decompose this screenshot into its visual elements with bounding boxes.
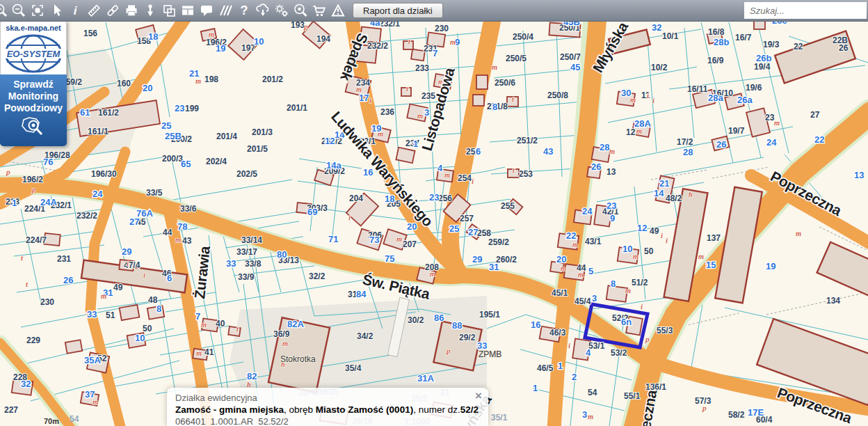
building-type-letter: p [446,347,451,355]
building [476,75,488,89]
building-type-letter: m [774,118,780,127]
parcel-number-label: 44 [163,228,172,237]
house-number-label: 10 [254,36,264,47]
house-number-label: 28a [708,93,723,103]
parcel-number-label: 250/6 [495,78,515,88]
parcel-number-label: 10/1 [662,31,679,41]
house-number-label: 25 [449,223,459,234]
house-number-label: 86 [434,313,444,323]
parcel-number-label: 51 [106,310,115,320]
parcel-number-label: 253 [519,169,533,179]
building [754,21,765,29]
parcel-number-label: 160 [117,79,131,88]
flood-monitoring-banner[interactable]: Sprawdź Monitoring Powodziowy [0,74,67,146]
svg-text:i: i [73,4,77,17]
measure-icon[interactable] [84,1,103,19]
info-icon[interactable]: i [65,1,84,19]
compare-windows-icon[interactable] [159,1,178,19]
hatch-lines-icon[interactable] [216,1,234,19]
house-number-label: 12 [637,223,647,233]
report-parcel-button[interactable]: Raport dla działki [353,3,443,18]
parcel-number-label: 55/1 [624,391,641,401]
house-number-label: 1 [413,139,418,149]
close-icon[interactable]: × [475,391,482,401]
house-number-label: 24 [93,189,103,199]
logo-panel[interactable]: ska.e-mapa.net EO-SYSTEM Sprawdź Monitor… [0,21,67,146]
parcel-number-label: 259/2 [488,237,509,247]
parcel-number-label: 35/4 [345,363,362,373]
house-number-label: 29 [122,246,131,257]
zoom-in-icon[interactable] [0,1,9,19]
warning-triangle-icon[interactable] [328,1,347,19]
house-number-label: 27 [129,216,139,227]
coordinates-pin-icon[interactable] [140,1,159,19]
parcel-number-label: 134 [826,296,840,306]
pointer-icon[interactable] [47,1,65,19]
building-type-letter: i [127,259,129,267]
search-input[interactable] [744,2,867,19]
house-number-label: 19 [216,43,225,54]
parcel-number-label: 13 [606,167,616,177]
parcel-number-label: 199 [185,104,199,113]
cloud-download-icon[interactable] [253,1,272,19]
house-number-label: 65 [181,159,191,169]
parcel-number-label: 58/2 [728,410,745,420]
parcel-number-label: 250/7 [560,52,581,62]
parcel-number-label: 161/2 [98,108,119,118]
toolbar-icons: i? [0,1,347,19]
parcel-number-label: 33/6 [180,204,197,214]
parcel-number-label: 260/2 [496,255,517,265]
building-type-letter: m [444,171,450,179]
parcel-number-label: 233 [415,63,429,73]
house-number-label: 45 [570,62,580,72]
map-canvas[interactable]: 156158193194196/2197160161/2161/1159/219… [0,0,868,426]
parcel-number-label: 46/5 [537,363,554,373]
building-type-letter: p [645,335,650,343]
house-number-label: 20 [143,83,152,93]
house-number-label: 84 [356,289,367,299]
info-panel-id-line: 066401_1.0001.AR_52.52/2 [175,416,480,426]
building [65,340,82,354]
label-balloon-icon[interactable] [197,1,216,19]
house-number-label: 27 [468,227,478,237]
building-type-letter: m [450,38,456,46]
zoom-out-icon[interactable] [9,1,28,19]
link-icon[interactable] [103,1,122,19]
building [396,148,415,164]
layout-panels-icon[interactable] [178,1,197,19]
parcel-number-label: 196/2 [22,175,43,184]
building-type-letter: i [568,341,570,349]
settings-gears-icon[interactable] [272,1,291,19]
house-number-label: 1 [558,361,563,371]
building-type-letter: i [647,91,649,100]
house-number-label: 23 [606,200,616,211]
full-extent-icon[interactable] [28,1,47,19]
building-type-letter: m [588,412,593,420]
identify-icon[interactable] [291,1,310,19]
svg-text:?: ? [240,3,248,17]
parcel-number-label: 201/5 [247,144,268,154]
house-number-label: 25B [165,131,182,141]
building-type-letter: m [378,129,383,138]
house-number-label: 16 [531,320,540,330]
parcel-number-label: 207 [403,239,417,249]
parcel-number-label: 258 [477,228,491,238]
cart-icon[interactable] [310,1,328,19]
flood-line-1: Sprawdź [0,79,67,90]
parcel-number-label: 33/9 [238,272,255,282]
help-icon[interactable]: ? [234,1,253,19]
parcel-number-label: 256 [438,194,452,203]
logo-top: ska.e-mapa.net EO-SYSTEM [0,21,67,74]
house-number-label: 12 [325,136,335,146]
parcel-number-label: 50 [644,246,654,256]
parcel-number-label: 194 [316,34,330,44]
house-number-label: 3 [582,409,587,420]
print-icon[interactable] [122,1,140,19]
parcel-number-label: 204 [349,194,363,203]
parcel-number-label: 27 [810,110,820,120]
parcel-number-label: 196/30 [91,169,117,179]
building-type-letter: m [195,77,201,85]
parcel-number-label: 29/2 [459,333,476,342]
parcel-number-label: 250/5 [506,54,527,63]
house-number-label: 18 [385,194,394,204]
